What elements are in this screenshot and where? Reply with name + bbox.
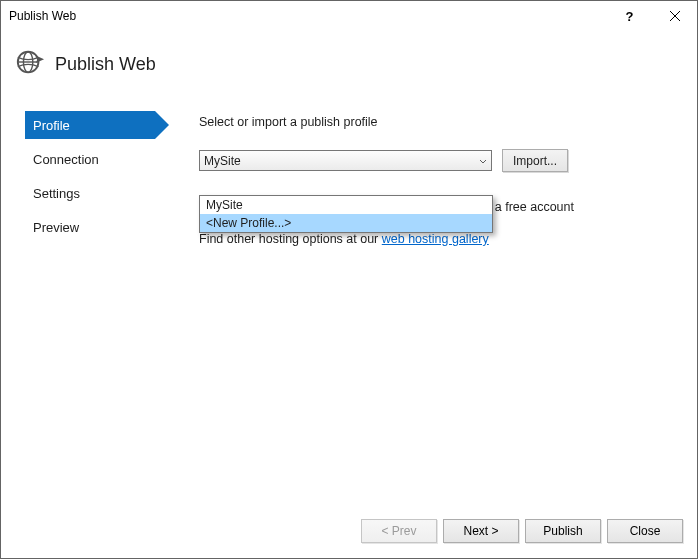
close-button[interactable]: Close bbox=[607, 519, 683, 543]
hosting-text: Find other hosting options at our web ho… bbox=[199, 232, 677, 246]
publish-button-label: Publish bbox=[543, 524, 582, 538]
body: Profile Connection Settings Preview Sele… bbox=[1, 95, 697, 504]
sidebar-item-label: Connection bbox=[33, 152, 99, 167]
close-window-button[interactable] bbox=[652, 1, 697, 31]
sidebar-item-label: Preview bbox=[33, 220, 79, 235]
sidebar-item-connection[interactable]: Connection bbox=[25, 145, 181, 173]
close-button-label: Close bbox=[630, 524, 661, 538]
profile-dropdown: MySite <New Profile...> bbox=[199, 195, 493, 233]
profile-row: MySite Import... MySite <New Profile...> bbox=[199, 149, 677, 172]
header: Publish Web bbox=[1, 31, 697, 95]
prev-button-label: < Prev bbox=[381, 524, 416, 538]
prev-button: < Prev bbox=[361, 519, 437, 543]
hosting-gallery-link[interactable]: web hosting gallery bbox=[382, 232, 489, 246]
dropdown-item-label: <New Profile...> bbox=[206, 216, 291, 230]
header-title: Publish Web bbox=[55, 54, 156, 75]
section-label: Select or import a publish profile bbox=[199, 115, 677, 129]
profile-combobox[interactable]: MySite bbox=[199, 150, 492, 171]
dialog-window: Publish Web ? Publish Web Profile Connec… bbox=[0, 0, 698, 559]
titlebar-title: Publish Web bbox=[9, 9, 607, 23]
publish-button[interactable]: Publish bbox=[525, 519, 601, 543]
dropdown-item-mysite[interactable]: MySite bbox=[200, 196, 492, 214]
sidebar: Profile Connection Settings Preview bbox=[1, 111, 181, 504]
close-icon bbox=[670, 11, 680, 21]
chevron-down-icon bbox=[479, 154, 487, 168]
help-button[interactable]: ? bbox=[607, 1, 652, 31]
import-button[interactable]: Import... bbox=[502, 149, 568, 172]
titlebar: Publish Web ? bbox=[1, 1, 697, 31]
sidebar-item-preview[interactable]: Preview bbox=[25, 213, 181, 241]
combo-value: MySite bbox=[204, 154, 241, 168]
sidebar-item-label: Settings bbox=[33, 186, 80, 201]
sidebar-item-settings[interactable]: Settings bbox=[25, 179, 181, 207]
next-button[interactable]: Next > bbox=[443, 519, 519, 543]
dropdown-item-label: MySite bbox=[206, 198, 243, 212]
titlebar-buttons: ? bbox=[607, 1, 697, 31]
main-panel: Select or import a publish profile MySit… bbox=[181, 111, 697, 504]
dropdown-item-new-profile[interactable]: <New Profile...> bbox=[200, 214, 492, 232]
footer: < Prev Next > Publish Close bbox=[1, 504, 697, 558]
globe-publish-icon bbox=[15, 47, 45, 81]
sidebar-item-profile[interactable]: Profile bbox=[25, 111, 155, 139]
import-button-label: Import... bbox=[513, 154, 557, 168]
sidebar-item-label: Profile bbox=[33, 118, 70, 133]
host-prefix: Find other hosting options at our bbox=[199, 232, 382, 246]
next-button-label: Next > bbox=[463, 524, 498, 538]
